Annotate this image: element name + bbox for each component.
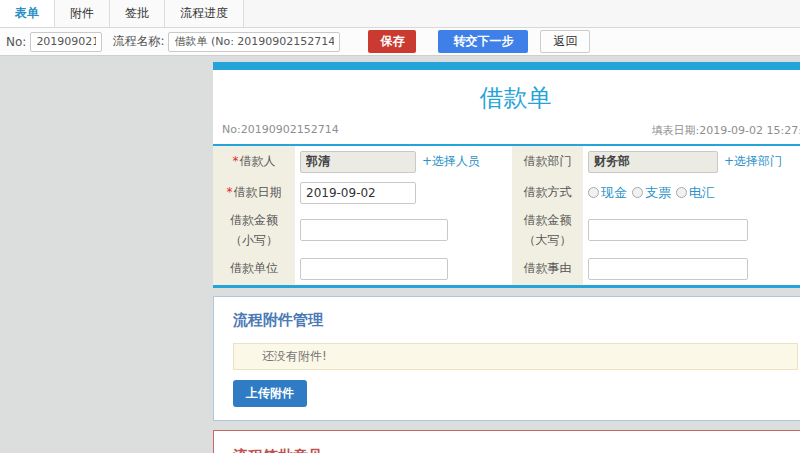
select-department-link[interactable]: +选择部门 (724, 153, 782, 170)
required-mark: * (227, 185, 233, 199)
form-meta-row: No:20190902152714 填表日期:2019-09-02 15:27:… (213, 123, 800, 146)
department-field-cell: +选择部门 (583, 146, 800, 177)
page: { "tabs": [ { "label": "表单", "active": t… (0, 0, 800, 453)
loan-unit-label-cell: 借款单位 (213, 252, 295, 285)
form-top-accent-bar (213, 62, 800, 70)
department-input[interactable] (588, 151, 718, 173)
document-area: 借款单 No:20190902152714 填表日期:2019-09-02 15… (213, 62, 800, 453)
form-title: 借款单 (213, 70, 800, 123)
borrower-label-cell: *借款人 (213, 146, 295, 177)
tab-approval[interactable]: 签批 (110, 0, 165, 27)
loan-unit-field-cell (295, 252, 512, 285)
required-mark: * (233, 154, 239, 168)
form-date-text: 填表日期:2019-09-02 15:27:1 (651, 123, 800, 138)
radio-wire-transfer[interactable]: 电汇 (676, 184, 715, 202)
department-label-cell: 借款部门 (512, 146, 583, 177)
radio-circle-icon (588, 187, 599, 198)
form-grid: *借款人 +选择人员 借款部门 +选择部门 *借款日期 借款方式 (213, 146, 800, 285)
attachment-panel: 流程附件管理 还没有附件! 上传附件 (213, 296, 800, 421)
back-button[interactable]: 返回 (540, 30, 590, 53)
amount-lowercase-label-cell: 借款金额（小写） (213, 208, 295, 252)
loan-date-field-cell (295, 177, 512, 208)
command-bar: No: 流程名称: 保存 转交下一步 返回 (0, 28, 800, 56)
tab-form[interactable]: 表单 (0, 0, 55, 27)
tab-attachments[interactable]: 附件 (55, 0, 110, 27)
loan-form-card: 借款单 No:20190902152714 填表日期:2019-09-02 15… (213, 62, 800, 288)
loan-date-input[interactable] (300, 182, 416, 204)
amount-uppercase-field-cell (583, 208, 800, 252)
upload-attachment-button[interactable]: 上传附件 (233, 380, 307, 407)
save-button[interactable]: 保存 (368, 30, 416, 53)
borrower-field-cell: +选择人员 (295, 146, 512, 177)
loan-method-label-cell: 借款方式 (512, 177, 583, 208)
amount-lowercase-input[interactable] (300, 219, 448, 241)
loan-reason-field-cell (583, 252, 800, 285)
loan-date-label-cell: *借款日期 (213, 177, 295, 208)
radio-cash[interactable]: 现金 (588, 184, 627, 202)
borrower-input[interactable] (300, 151, 416, 173)
forward-next-step-button[interactable]: 转交下一步 (438, 30, 528, 53)
no-attachment-message: 还没有附件! (233, 343, 798, 370)
loan-method-radio-group: 现金 支票 电汇 (588, 184, 720, 202)
process-name-label: 流程名称: (112, 33, 164, 50)
radio-circle-icon (676, 187, 687, 198)
radio-circle-icon (632, 187, 643, 198)
attachment-panel-title: 流程附件管理 (233, 311, 798, 330)
no-label: No: (6, 35, 26, 49)
loan-unit-input[interactable] (300, 258, 448, 280)
tab-progress[interactable]: 流程进度 (165, 0, 244, 27)
process-name-input[interactable] (168, 32, 340, 52)
loan-method-field-cell: 现金 支票 电汇 (583, 177, 800, 208)
approval-panel: 流程签批意见 B I abc ✎ (213, 430, 800, 453)
radio-cheque[interactable]: 支票 (632, 184, 671, 202)
no-input[interactable] (30, 32, 102, 52)
approval-panel-title: 流程签批意见 (233, 447, 798, 453)
amount-uppercase-input[interactable] (588, 219, 748, 241)
amount-uppercase-label-cell: 借款金额（大写） (512, 208, 583, 252)
form-no-text: No:20190902152714 (222, 123, 339, 138)
loan-reason-label-cell: 借款事由 (512, 252, 583, 285)
amount-lowercase-field-cell (295, 208, 512, 252)
loan-reason-input[interactable] (588, 258, 748, 280)
select-person-link[interactable]: +选择人员 (422, 153, 480, 170)
tab-bar: 表单 附件 签批 流程进度 (0, 0, 800, 28)
